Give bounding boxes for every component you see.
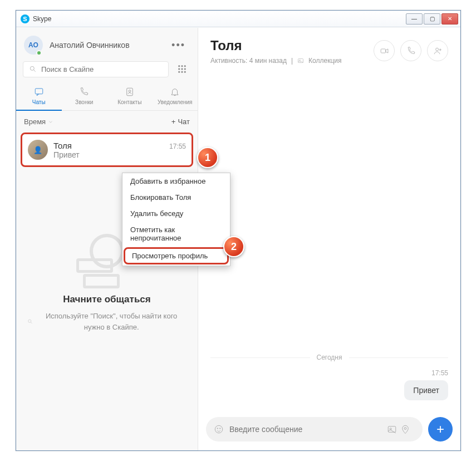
search-input[interactable] bbox=[41, 65, 163, 73]
svg-point-4 bbox=[184, 66, 185, 67]
svg-point-17 bbox=[300, 60, 301, 61]
svg-point-5 bbox=[179, 68, 180, 70]
filter-row: Время + Чат bbox=[16, 111, 198, 133]
tab-contacts-label: Контакты bbox=[117, 99, 141, 105]
separator: | bbox=[291, 57, 293, 65]
ctx-delete[interactable]: Удалить беседу bbox=[122, 205, 230, 222]
phone-icon bbox=[79, 87, 89, 97]
collection-link[interactable]: Коллекция bbox=[308, 57, 341, 65]
svg-point-25 bbox=[404, 428, 406, 430]
add-participant-button[interactable] bbox=[427, 40, 448, 61]
chevron-down-icon bbox=[48, 119, 53, 125]
gallery-icon bbox=[297, 57, 304, 64]
video-icon bbox=[380, 46, 389, 56]
day-separator: Сегодня bbox=[317, 354, 342, 361]
ctx-block[interactable]: Блокировать Толя bbox=[122, 189, 230, 205]
context-menu: Добавить в избранное Блокировать Толя Уд… bbox=[122, 173, 230, 266]
svg-rect-23 bbox=[388, 426, 396, 433]
svg-point-14 bbox=[28, 320, 31, 322]
app-window: S Skype — ▢ ✕ АО Анатолий Овчинников ••• bbox=[16, 10, 461, 451]
window-title: Skype bbox=[33, 15, 405, 23]
chat-avatar: 👤 bbox=[28, 140, 48, 160]
image-icon bbox=[387, 424, 397, 434]
ctx-mark-unread[interactable]: Отметить как непрочитанное bbox=[122, 222, 230, 246]
ctx-add-favorite[interactable]: Добавить в избранное bbox=[122, 173, 230, 189]
chat-item-name: Толя bbox=[53, 141, 72, 150]
tab-notifications-label: Уведомления bbox=[158, 99, 193, 105]
tab-contacts[interactable]: Контакты bbox=[107, 84, 153, 110]
svg-point-3 bbox=[181, 66, 183, 67]
person-plus-icon bbox=[433, 46, 443, 56]
svg-line-15 bbox=[31, 322, 32, 323]
titlebar: S Skype — ▢ ✕ bbox=[16, 11, 460, 27]
plus-icon: + bbox=[436, 421, 444, 437]
attach-image-button[interactable] bbox=[388, 423, 401, 436]
nav-tabs: Чаты Звонки Контакты Уведомления bbox=[16, 84, 198, 111]
empty-title: Начните общаться bbox=[63, 294, 150, 305]
contacts-icon bbox=[125, 87, 135, 97]
composer: + bbox=[198, 413, 460, 450]
tab-calls-label: Звонки bbox=[75, 99, 93, 105]
tab-notifications[interactable]: Уведомления bbox=[153, 84, 198, 110]
svg-line-1 bbox=[34, 70, 36, 72]
minimize-button[interactable]: — bbox=[406, 13, 423, 24]
ctx-view-profile[interactable]: Просмотреть профиль bbox=[124, 247, 229, 264]
chat-list-item[interactable]: 👤 Толя 17:55 Привет bbox=[21, 133, 193, 167]
svg-point-22 bbox=[220, 428, 221, 429]
svg-point-6 bbox=[181, 68, 183, 70]
tab-calls[interactable]: Звонки bbox=[62, 84, 107, 110]
svg-point-24 bbox=[390, 428, 391, 430]
message-time: 17:55 bbox=[210, 369, 448, 377]
emoji-icon[interactable] bbox=[214, 424, 224, 434]
close-button[interactable]: ✕ bbox=[441, 13, 458, 24]
svg-point-2 bbox=[179, 66, 180, 67]
maximize-button[interactable]: ▢ bbox=[424, 13, 440, 24]
message-input[interactable] bbox=[229, 425, 388, 434]
svg-point-13 bbox=[129, 90, 131, 92]
more-button[interactable]: ••• bbox=[167, 37, 190, 53]
location-icon bbox=[400, 424, 410, 434]
conversation-title: Толя bbox=[210, 38, 374, 53]
audio-call-button[interactable] bbox=[400, 40, 421, 61]
tab-chats-label: Чаты bbox=[32, 99, 46, 105]
search-box[interactable] bbox=[23, 61, 169, 77]
svg-point-7 bbox=[184, 68, 185, 70]
svg-point-8 bbox=[179, 71, 180, 72]
svg-point-19 bbox=[435, 48, 438, 51]
sort-label: Время bbox=[24, 117, 46, 126]
profile-row[interactable]: АО Анатолий Овчинников ••• bbox=[16, 28, 198, 60]
svg-point-9 bbox=[181, 71, 183, 72]
new-chat-label: Чат bbox=[178, 117, 190, 126]
search-icon bbox=[29, 65, 37, 73]
search-icon bbox=[27, 318, 33, 325]
svg-point-21 bbox=[217, 428, 218, 429]
presence-dot-icon bbox=[36, 50, 42, 56]
svg-point-20 bbox=[215, 425, 223, 433]
empty-text: Используйте "Поиск", чтобы найти кого ну… bbox=[36, 311, 187, 332]
svg-point-0 bbox=[30, 66, 34, 70]
profile-name: Анатолий Овчинников bbox=[50, 41, 167, 50]
tab-chats[interactable]: Чаты bbox=[16, 84, 62, 111]
profile-initials: АО bbox=[28, 41, 38, 49]
sort-dropdown[interactable]: Время bbox=[24, 117, 53, 126]
chat-item-time: 17:55 bbox=[169, 143, 186, 150]
chat-icon bbox=[34, 87, 44, 97]
skype-logo-icon: S bbox=[21, 14, 30, 23]
svg-rect-18 bbox=[381, 48, 386, 52]
bell-icon bbox=[170, 87, 180, 97]
conversation-header: Толя Активность: 4 мин назад | Коллекция bbox=[198, 28, 460, 72]
message-bubble[interactable]: Привет bbox=[404, 380, 448, 400]
new-chat-button[interactable]: + Чат bbox=[171, 117, 190, 126]
video-call-button[interactable] bbox=[374, 40, 395, 61]
window-controls: — ▢ ✕ bbox=[405, 13, 458, 24]
svg-point-10 bbox=[184, 71, 185, 72]
annotation-marker-2: 2 bbox=[223, 236, 244, 257]
activity-status: Активность: 4 мин назад bbox=[210, 57, 287, 65]
dialpad-icon bbox=[177, 64, 187, 74]
message-input-wrap[interactable] bbox=[206, 417, 423, 442]
send-fab-button[interactable]: + bbox=[428, 417, 453, 442]
location-button[interactable] bbox=[401, 423, 415, 436]
dialpad-button[interactable] bbox=[173, 60, 191, 78]
annotation-marker-1: 1 bbox=[197, 147, 218, 168]
profile-avatar: АО bbox=[24, 36, 43, 55]
